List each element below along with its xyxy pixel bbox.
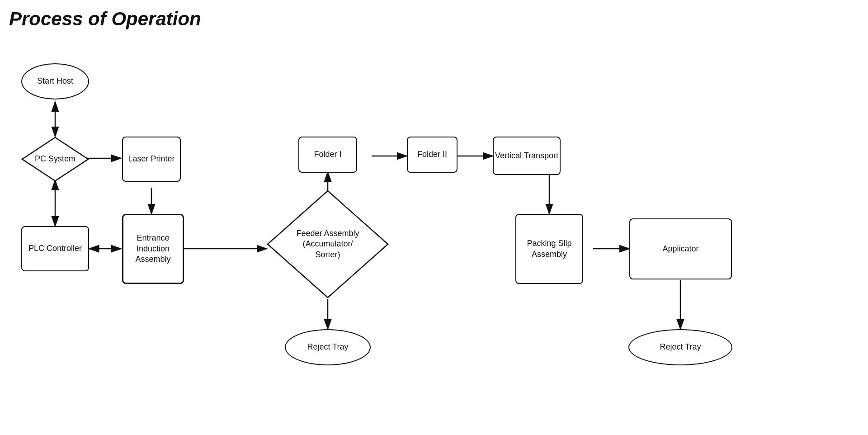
applicator-node: Applicator	[629, 218, 732, 279]
feeder-assembly-node: Feeder Assembly (Accumulator/ Sorter)	[267, 190, 389, 298]
entrance-induction-node: Entrance Induction Assembly	[122, 214, 184, 284]
plc-controller-node: PLC Controller	[21, 226, 89, 271]
reject-tray-2-node: Reject Tray	[628, 329, 732, 365]
laser-printer-node: Laser Printer	[122, 137, 181, 182]
start-host-node: Start Host	[21, 63, 89, 99]
reject-tray-1-node: Reject Tray	[285, 329, 371, 365]
page-title: Process of Operation	[9, 8, 201, 30]
packing-slip-node: Packing Slip Assembly	[515, 214, 583, 284]
vertical-transport-node: Vertical Transport	[493, 137, 561, 175]
folder-ii-node: Folder II	[407, 137, 458, 173]
pc-system-node: PC System	[21, 137, 89, 182]
folder-i-node: Folder I	[298, 137, 357, 173]
